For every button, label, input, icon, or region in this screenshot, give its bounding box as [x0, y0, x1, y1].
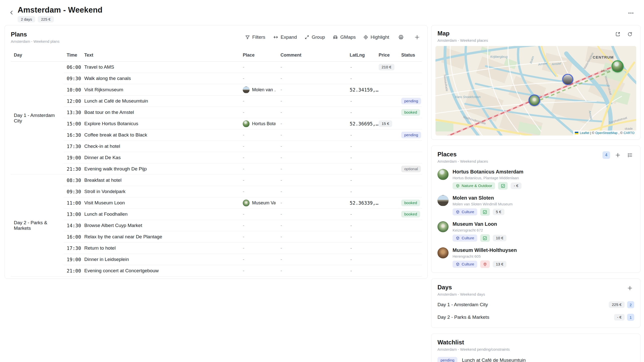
empty-value: - — [280, 155, 282, 160]
plan-row[interactable]: 11:00Visit Museum LoonMuseum Va…-52.3633… — [11, 197, 422, 209]
plan-comment-cell: - — [277, 231, 347, 243]
plan-row[interactable]: 14:30Browse Albert Cuyp Market--- — [11, 220, 422, 231]
place-chip[interactable]: Hortus Bota… — [243, 120, 275, 127]
col-status: Status — [398, 50, 422, 62]
plan-row[interactable]: 21:30Evening walk through De Pijp---opti… — [11, 163, 422, 175]
title-badges: 2 days 225 € — [18, 16, 102, 22]
gmaps-button[interactable]: GMaps — [333, 34, 356, 40]
empty-value: - — [243, 234, 244, 239]
plan-row[interactable]: 13:00Lunch at Foodhallen---booked — [11, 209, 422, 220]
plan-row[interactable]: 21:00Evening concert at Concertgebouw--- — [11, 265, 422, 277]
plan-row[interactable]: 09:30Stroll in Vondelpark--- — [11, 186, 422, 197]
empty-value: - — [280, 245, 282, 251]
app-header: Amsterdam - Weekend 2 days 225 € — [8, 6, 636, 22]
plan-price-cell — [376, 141, 398, 152]
place-list-item[interactable]: Molen van SlotenMolen van Sloten Windmil… — [437, 195, 634, 216]
map-street-label: Amstel — [551, 62, 561, 66]
highlight-button[interactable]: Highlight — [363, 34, 389, 40]
plan-status-cell — [398, 220, 422, 231]
plan-row[interactable]: 17:30Return to hotel--- — [11, 243, 422, 254]
place-list-item[interactable]: Hortus Botanicus AmsterdamHortus Botanic… — [437, 169, 634, 190]
add-plan-button[interactable] — [413, 33, 421, 41]
watchlist-item[interactable]: pendingLunch at Café de Museumtuin — [437, 354, 634, 362]
plan-status-cell: optional — [398, 163, 422, 175]
plan-time-cell: 19:00 — [64, 152, 81, 163]
place-name: Museum Willet-Holthuysen — [453, 247, 517, 253]
osm-link[interactable]: OpenStreetMap — [595, 131, 617, 135]
plan-latlng-cell: - — [347, 141, 376, 152]
plan-row[interactable]: Day 1 - Amsterdam City06:00Travel to AMS… — [11, 62, 422, 73]
map-canvas[interactable]: KrijtbergbrugRokinAmstelAmstelCENTRUMWat… — [435, 46, 636, 135]
filters-button[interactable]: Filters — [245, 34, 265, 40]
plan-latlng-cell: - — [347, 96, 376, 107]
watchlist-text: Lunch at Café de Museumtuin — [462, 357, 526, 362]
group-button[interactable]: Group — [304, 34, 325, 40]
print-button[interactable] — [397, 33, 405, 41]
plan-row[interactable]: 16:30Coffee break at Back to Black---pen… — [11, 129, 422, 141]
empty-value: - — [280, 98, 282, 104]
plan-row[interactable]: 12:00Lunch at Café de Museumtuin---pendi… — [11, 96, 422, 107]
status-badge: booked — [401, 200, 420, 206]
plan-row[interactable]: 09:30Walk along the canals--- — [11, 73, 422, 84]
plan-row[interactable]: 10:00Visit RijksmuseumMolen van …-52.341… — [11, 84, 422, 96]
back-button[interactable] — [8, 9, 16, 17]
carto-link[interactable]: CARTO — [624, 131, 634, 135]
plans-panel: Plans Amsterdam - Weekend plans Filters … — [5, 25, 428, 279]
plan-text-cell: Evening concert at Concertgebouw — [81, 265, 240, 277]
empty-value: - — [280, 121, 282, 126]
plan-row[interactable]: 19:00Dinner in Leidseplein--- — [11, 254, 422, 265]
cube-icon — [456, 210, 460, 214]
place-chip[interactable]: Molen van … — [243, 86, 275, 93]
status-badge: booked — [401, 109, 420, 116]
days-subtitle: Amsterdam - Weekend days — [437, 292, 485, 296]
plan-row[interactable]: 15:00Explore Hortus BotanicusHortus Bota… — [11, 118, 422, 129]
place-name: Museum Va… — [252, 200, 275, 206]
ellipsis-icon — [628, 10, 634, 16]
place-list-item[interactable]: Museum Van LoonKeizersgracht 672Culture1… — [437, 221, 634, 242]
empty-value: - — [280, 64, 282, 70]
plan-status-cell — [398, 73, 422, 84]
place-list-item[interactable]: Museum Willet-HolthuysenHerengracht 605C… — [437, 247, 634, 268]
expand-button[interactable]: Expand — [273, 34, 297, 40]
plan-row[interactable]: 19:00Dinner at De Kas--- — [11, 152, 422, 163]
col-text: Text — [81, 50, 240, 62]
plan-latlng-cell: 52.36695,… — [347, 118, 376, 129]
map-marker-willet[interactable] — [562, 74, 573, 85]
add-day-button[interactable] — [626, 284, 634, 292]
latlng-value: - — [350, 98, 352, 104]
places-list-view-button[interactable] — [626, 151, 634, 159]
highlight-label: Highlight — [371, 34, 389, 40]
overflow-menu-button[interactable] — [626, 10, 635, 16]
empty-value: - — [243, 245, 244, 251]
day-list-item[interactable]: Day 2 - Parks & Markets- €1 — [437, 311, 634, 323]
plan-row[interactable]: Day 2 - Parks & Markets08:30Breakfast at… — [11, 175, 422, 186]
place-thumb — [243, 86, 250, 93]
map-marker-hortus[interactable] — [612, 60, 624, 72]
expand-horizontal-icon — [273, 34, 278, 40]
plan-row[interactable]: 16:00Relax by the canal near De Plantage… — [11, 231, 422, 243]
map-street-label: Hans Snoekfontein — [455, 95, 480, 99]
visited-check-badge — [480, 208, 490, 216]
latlng-value: - — [350, 64, 352, 70]
plan-row[interactable]: 17:30Check-in at hotel--- — [11, 141, 422, 152]
empty-value: - — [280, 132, 282, 138]
map-marker-van-loon[interactable] — [529, 95, 540, 106]
plan-comment-cell: - — [277, 197, 347, 209]
plan-price-cell — [376, 243, 398, 254]
map-fullscreen-button[interactable] — [614, 30, 622, 38]
category-tag-label: Culture — [462, 236, 474, 240]
leaflet-link[interactable]: Leaflet — [580, 131, 589, 135]
map-refresh-button[interactable] — [626, 30, 634, 38]
day-list-item[interactable]: Day 1 - Amsterdam City225 €2 — [437, 299, 634, 310]
add-place-button[interactable] — [614, 151, 622, 159]
plan-price-cell — [376, 220, 398, 231]
plan-latlng-cell: - — [347, 152, 376, 163]
map-street-label: Amstel — [538, 61, 548, 66]
plan-row[interactable]: 13:30Boat tour on the Amstel---booked — [11, 107, 422, 118]
plan-place-cell: - — [240, 231, 277, 243]
place-chip[interactable]: Museum Va… — [243, 200, 275, 206]
attr-sep1: | © — [590, 131, 594, 135]
place-address: Keizersgracht 672 — [453, 228, 506, 232]
day-price-badge: 225 € — [609, 301, 625, 308]
latlng-value: - — [350, 110, 352, 115]
